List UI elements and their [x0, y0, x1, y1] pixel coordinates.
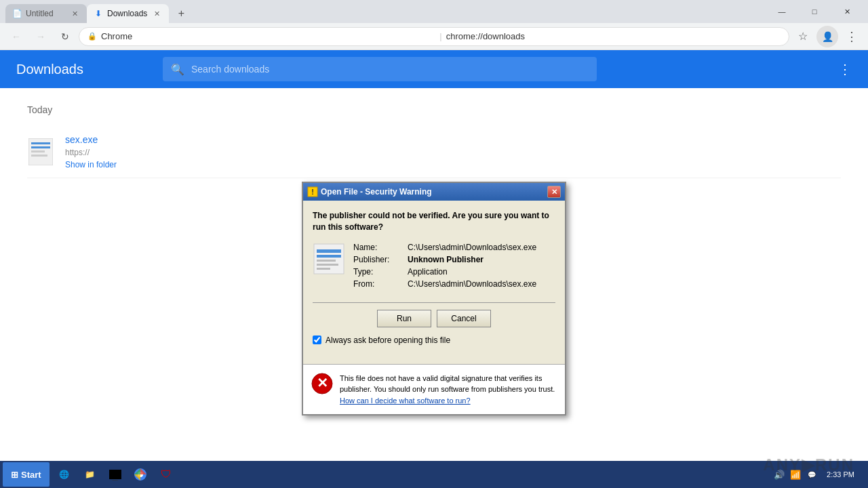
reload-button[interactable]: ↻: [54, 26, 76, 47]
system-tray: 🔊 📶 💬 2:33 PM: [767, 468, 865, 481]
file-icon: [313, 243, 345, 275]
system-clock: 2:33 PM: [821, 470, 860, 479]
dialog-warning-text: The publisher could not be verified. Are…: [313, 210, 555, 233]
explorer-icon: 📁: [83, 468, 97, 481]
type-row: Type: Application: [353, 267, 555, 277]
tab-downloads[interactable]: ⬇ Downloads ✕: [87, 4, 169, 23]
from-row: From: C:\Users\admin\Downloads\sex.exe: [353, 279, 555, 289]
name-value: C:\Users\admin\Downloads\sex.exe: [408, 243, 536, 252]
security-help-link[interactable]: How can I decide what software to run?: [340, 395, 557, 407]
forward-button[interactable]: →: [30, 26, 52, 47]
volume-icon[interactable]: 🔊: [772, 468, 786, 481]
start-label: Start: [21, 470, 41, 480]
window-controls: — □ ✕: [766, 2, 863, 21]
chrome-icon: [134, 468, 147, 481]
tab-favicon-downloads: ⬇: [94, 9, 103, 18]
dialog-close-button[interactable]: ✕: [547, 186, 561, 198]
tab-untitled[interactable]: 📄 Untitled ✕: [5, 4, 87, 23]
dialog-buttons: Run Cancel: [313, 310, 555, 327]
dialog-overlay: ! Open File - Security Warning ✕ The pub…: [0, 73, 868, 488]
svg-text:!: !: [311, 188, 314, 196]
run-button[interactable]: Run: [377, 310, 431, 327]
name-label: Name:: [353, 243, 408, 252]
cancel-button[interactable]: Cancel: [437, 310, 491, 327]
start-windows-icon: ⊞: [11, 470, 18, 480]
taskbar-items: 🌐 📁 _ 🛡: [52, 462, 767, 487]
title-bar: 📄 Untitled ✕ ⬇ Downloads ✕ + — □ ✕: [0, 0, 868, 23]
taskbar: ⊞ Start 🌐 📁 _: [0, 461, 868, 488]
svg-rect-9: [317, 255, 341, 258]
from-value: C:\Users\admin\Downloads\sex.exe: [408, 279, 536, 289]
nav-bar: ← → ↻ 🔒 Chrome | chrome://downloads ☆ 👤 …: [0, 23, 868, 50]
dialog-file-info: Name: C:\Users\admin\Downloads\sex.exe P…: [313, 243, 555, 291]
dialog-title-icon: !: [307, 186, 318, 197]
tab-label-downloads: Downloads: [107, 9, 147, 18]
publisher-value: Unknown Publisher: [408, 255, 484, 264]
bookmark-button[interactable]: ☆: [792, 26, 814, 47]
taskbar-item-cmd[interactable]: _: [104, 462, 127, 487]
dialog-body: The publisher could not be verified. Are…: [303, 201, 565, 364]
security-icon: 🛡: [159, 468, 173, 481]
maximize-button[interactable]: □: [799, 2, 830, 21]
publisher-label: Publisher:: [353, 255, 408, 264]
close-button[interactable]: ✕: [831, 2, 863, 21]
minimize-button[interactable]: —: [766, 2, 797, 21]
security-warning-dialog: ! Open File - Security Warning ✕ The pub…: [302, 182, 566, 415]
warning-shield-icon: ✕: [311, 373, 333, 394]
start-button[interactable]: ⊞ Start: [3, 462, 50, 487]
from-label: From:: [353, 279, 408, 289]
cmd-icon: _: [109, 470, 121, 479]
svg-text:✕: ✕: [317, 375, 328, 390]
tab-close-downloads[interactable]: ✕: [151, 8, 162, 19]
dialog-title-text: Open File - Security Warning: [321, 187, 545, 197]
browser-menu-button[interactable]: ⋮: [841, 26, 863, 47]
tab-strip: 📄 Untitled ✕ ⬇ Downloads ✕ +: [5, 0, 766, 23]
svg-rect-12: [317, 268, 330, 270]
network-icon[interactable]: 📶: [789, 468, 802, 481]
address-bar[interactable]: 🔒 Chrome | chrome://downloads: [79, 27, 789, 46]
file-details: Name: C:\Users\admin\Downloads\sex.exe P…: [353, 243, 555, 291]
svg-rect-11: [317, 264, 338, 266]
tab-close-untitled[interactable]: ✕: [69, 8, 80, 19]
warning-body-text: This file does not have a valid digital …: [340, 374, 555, 394]
file-name-row: Name: C:\Users\admin\Downloads\sex.exe: [353, 243, 555, 252]
checkbox-row: Always ask before opening this file: [313, 336, 555, 345]
address-path: chrome://downloads: [446, 31, 781, 41]
tab-favicon-untitled: 📄: [12, 9, 22, 18]
tab-label-untitled: Untitled: [26, 9, 65, 18]
svg-rect-8: [317, 249, 341, 253]
dialog-warning-section: ✕ This file does not have a valid digita…: [303, 364, 565, 415]
back-button[interactable]: ←: [5, 26, 27, 47]
address-separator: |: [439, 31, 441, 41]
taskbar-item-ie[interactable]: 🌐: [52, 462, 77, 487]
type-label: Type:: [353, 267, 408, 277]
checkbox-label: Always ask before opening this file: [326, 336, 450, 345]
ie-icon: 🌐: [58, 468, 71, 481]
notification-icon[interactable]: 💬: [805, 468, 818, 481]
svg-rect-10: [317, 260, 336, 262]
taskbar-item-explorer[interactable]: 📁: [78, 462, 102, 487]
address-site: Chrome: [101, 31, 435, 41]
new-tab-button[interactable]: +: [172, 4, 191, 23]
lock-icon: 🔒: [87, 32, 97, 41]
taskbar-item-chrome[interactable]: [128, 462, 153, 487]
profile-button[interactable]: 👤: [816, 26, 838, 47]
taskbar-item-security[interactable]: 🛡: [154, 462, 178, 487]
dialog-separator-1: [313, 302, 555, 303]
dialog-titlebar: ! Open File - Security Warning ✕: [303, 183, 565, 201]
always-ask-checkbox[interactable]: [313, 336, 321, 344]
warning-text-content: This file does not have a valid digital …: [340, 373, 557, 407]
type-value: Application: [408, 267, 448, 277]
publisher-row: Publisher: Unknown Publisher: [353, 255, 555, 264]
